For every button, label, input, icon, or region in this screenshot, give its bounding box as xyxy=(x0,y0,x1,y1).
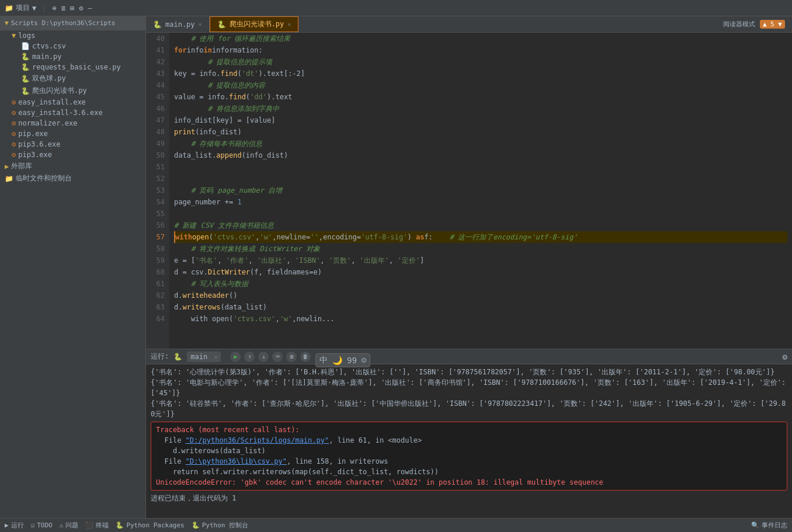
run-input-button[interactable]: ⌨ xyxy=(272,352,283,362)
popup-num-btn[interactable]: 99 xyxy=(347,356,357,365)
sidebar-item-pip[interactable]: ⚙ pip.exe xyxy=(0,128,145,139)
sidebar-item-label: 外部库 xyxy=(11,161,32,171)
sidebar-item-label: requests_basic_use.py xyxy=(32,63,121,71)
status-event-log[interactable]: 🔍 事件日志 xyxy=(751,521,787,530)
sidebar-item-requests[interactable]: 🐍 requests_basic_use.py xyxy=(0,62,145,72)
tab-spider-py[interactable]: 🐍 爬虫闪光读书.py ✕ xyxy=(210,16,299,32)
py-icon: 🐍 xyxy=(217,20,226,29)
run-tab-close[interactable]: ✕ xyxy=(214,354,217,360)
sidebar-item-label: normalizer.exe xyxy=(18,119,77,127)
code-line-50: data_list.append(info_dist) xyxy=(174,149,787,161)
settings-icon[interactable]: ⚙ xyxy=(783,352,787,361)
editor-area: 🐍 main.py ✕ 🐍 爬虫闪光读书.py ✕ 阅读器模式 ▲ 5 ▼ 40… xyxy=(146,16,792,518)
run-trash-button[interactable]: 🗑 xyxy=(300,352,311,362)
dropdown-icon: ▼ xyxy=(32,4,36,12)
sidebar-item-label: pip.exe xyxy=(18,130,48,138)
output-line-3: {'书名': '硅谷禁书', '作者': ['查尔斯·哈尼尔'], '出版社':… xyxy=(151,398,787,419)
sidebar-title: Scripts D:\python36\Scripts xyxy=(11,19,116,27)
status-todo[interactable]: ☑ TODO xyxy=(31,521,53,529)
run-play-button[interactable]: ▶ xyxy=(230,352,241,362)
sidebar-item-external-libs[interactable]: ▶ 外部库 xyxy=(0,160,145,172)
code-line-55 xyxy=(174,208,787,220)
popup-chinese-btn[interactable]: 中 xyxy=(319,355,328,366)
code-line-41: for info in information: xyxy=(174,44,787,56)
toolbar-icon-list[interactable]: ≣ xyxy=(61,4,65,12)
project-menu[interactable]: 📁 项目 ▼ xyxy=(5,3,36,13)
code-line-44: # 提取信息的内容 xyxy=(174,79,787,91)
run-down-button[interactable]: ↓ xyxy=(258,352,269,362)
sidebar-item-easyinstall36[interactable]: ⚙ easy_install-3.6.exe xyxy=(0,107,145,118)
status-run-label: 运行 xyxy=(11,521,24,530)
sidebar-item-pip36[interactable]: ⚙ pip3.6.exe xyxy=(0,139,145,149)
code-line-40: # 使用 for 循环遍历搜索结果 xyxy=(174,33,787,44)
file-link-2[interactable]: "D:\python36\lib\csv.py" xyxy=(186,457,287,465)
sidebar-item-easyinstall[interactable]: ⚙ easy_install.exe xyxy=(0,97,145,107)
run-icon: ▶ xyxy=(5,521,9,529)
exe-icon: ⚙ xyxy=(12,109,16,117)
code-content[interactable]: # 使用 for 循环遍历搜索结果 for info in informatio… xyxy=(169,33,792,349)
todo-icon: ☑ xyxy=(31,521,35,529)
error-line-3: File "D:\python36\lib\csv.py", line 158,… xyxy=(156,456,782,467)
line-numbers: 40 41 42 43 44 45 46 47 48 49 50 51 52 5… xyxy=(146,33,169,349)
run-up-button[interactable]: ↑ xyxy=(244,352,255,362)
toolbar-icon-settings[interactable]: ⚙ xyxy=(79,4,83,12)
python-packages-icon: 🐍 xyxy=(116,521,124,529)
status-bar: ▶ 运行 ☑ TODO ⚠ 问题 ⬛ 终端 🐍 Python Packages … xyxy=(0,518,792,532)
status-problems[interactable]: ⚠ 问题 xyxy=(60,521,79,530)
reader-mode-area: 阅读器模式 ▲ 5 ▼ xyxy=(716,20,792,29)
popup-smile-btn[interactable]: ☺ xyxy=(362,356,366,365)
sidebar-item-ctvs[interactable]: 📄 ctvs.csv xyxy=(0,41,145,51)
sidebar-item-spider[interactable]: 🐍 爬虫闪光读书.py xyxy=(0,85,145,97)
sidebar-item-label: main.py xyxy=(32,53,62,61)
error-line-2: d.writerows(data_list) xyxy=(156,446,782,456)
run-stop-button[interactable]: ⊠ xyxy=(286,352,297,362)
sidebar-item-shuangseqiu[interactable]: 🐍 双色球.py xyxy=(0,72,145,85)
problems-icon: ⚠ xyxy=(60,521,64,529)
reader-mode-label[interactable]: 阅读器模式 xyxy=(723,20,755,29)
status-problems-label: 问题 xyxy=(65,521,78,530)
tab-main-py[interactable]: 🐍 main.py ✕ xyxy=(146,16,210,32)
folder-icon: ▶ xyxy=(5,162,9,171)
status-run[interactable]: ▶ 运行 xyxy=(5,521,24,530)
code-line-54: page_number += 1 xyxy=(174,196,787,208)
code-line-51 xyxy=(174,161,787,173)
popup-toolbar: 中 🌙 99 ☺ xyxy=(315,353,370,367)
sidebar-content: ▼ logs 📄 ctvs.csv 🐍 main.py 🐍 requests_b… xyxy=(0,30,145,518)
warning-badge[interactable]: ▲ 5 ▼ xyxy=(760,20,785,29)
tab-close-spider[interactable]: ✕ xyxy=(287,21,291,27)
popup-moon-btn[interactable]: 🌙 xyxy=(332,356,342,365)
exe-icon: ⚙ xyxy=(12,130,16,138)
run-title: 运行: xyxy=(151,352,169,361)
status-python-packages[interactable]: 🐍 Python Packages xyxy=(116,521,184,529)
code-line-53: # 页码 page_number 自增 xyxy=(174,185,787,196)
tab-close-main[interactable]: ✕ xyxy=(199,21,202,27)
run-tab-main[interactable]: main ✕ xyxy=(187,352,221,362)
py-icon: 🐍 xyxy=(21,63,30,71)
run-output[interactable]: {'书名': '心理统计学(第3版)', '作者': ['B.H.科恩'], '… xyxy=(146,364,792,518)
top-toolbar: 📁 项目 ▼ | ⊕ ≣ ⊞ ⚙ — xyxy=(0,0,792,16)
output-line-2: {'书名': '电影与新心理学', '作者': ['[法]莫里斯·梅洛-庞蒂']… xyxy=(151,377,787,398)
status-terminal-label: 终端 xyxy=(96,521,109,530)
code-line-64: with open('ctvs.csv','w',newlin... xyxy=(174,313,787,325)
sidebar-item-logs[interactable]: ▼ logs xyxy=(0,30,145,41)
error-line-4: return self.writer.writerows(map(self._d… xyxy=(156,467,782,477)
toolbar-icon-add[interactable]: ⊕ xyxy=(52,4,56,12)
folder-icon: 📁 xyxy=(5,4,13,12)
sidebar-item-label: logs xyxy=(18,32,35,40)
py-icon: 🐍 xyxy=(21,75,30,83)
sidebar-item-pip3[interactable]: ⚙ pip3.exe xyxy=(0,149,145,160)
folder-icon: 📁 xyxy=(5,175,13,183)
sidebar-item-main[interactable]: 🐍 main.py xyxy=(0,51,145,62)
sidebar-item-temp-files[interactable]: 📁 临时文件和控制台 xyxy=(0,172,145,185)
code-line-48: print(info_dist) xyxy=(174,126,787,138)
status-terminal[interactable]: ⬛ 终端 xyxy=(85,521,109,530)
toolbar-icon-split[interactable]: ⊞ xyxy=(70,4,74,12)
sidebar-item-normalizer[interactable]: ⚙ normalizer.exe xyxy=(0,118,145,128)
python-console-icon: 🐍 xyxy=(192,521,200,529)
code-line-49: # 存储每本书籍的信息 xyxy=(174,138,787,149)
code-line-60: d = csv.DictWriter(f, fieldnames=e) xyxy=(174,266,787,278)
status-python-packages-label: Python Packages xyxy=(126,521,184,529)
file-link-1[interactable]: "D:/python36/Scripts/logs/main.py" xyxy=(186,436,329,444)
toolbar-icon-minimize[interactable]: — xyxy=(88,4,92,12)
status-python-console[interactable]: 🐍 Python 控制台 xyxy=(192,521,248,530)
